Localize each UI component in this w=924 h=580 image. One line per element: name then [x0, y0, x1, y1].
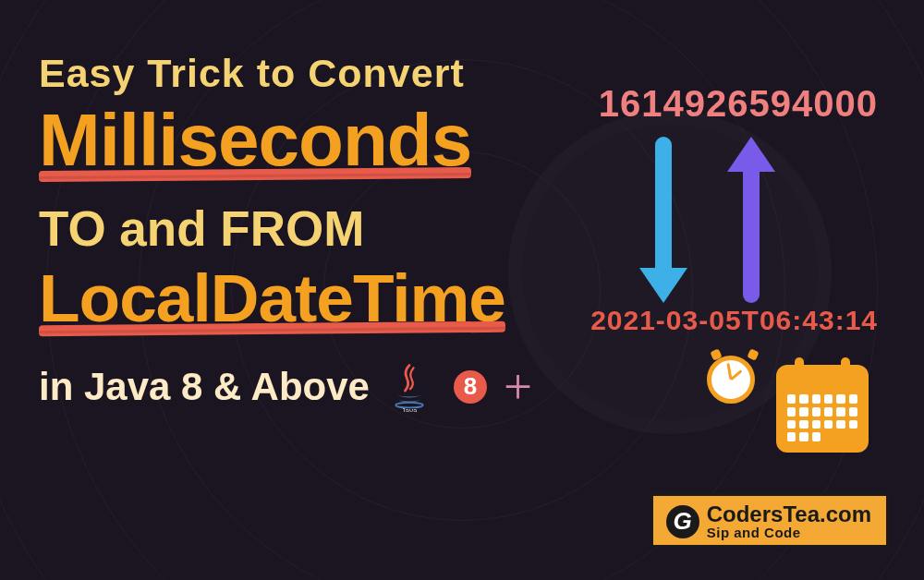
calendar-day: [812, 394, 821, 404]
clock-icon: [707, 356, 762, 411]
arrow-head: [727, 137, 775, 172]
calendar-day: [812, 407, 821, 417]
title-line-5: in Java 8 & Above Java 8 +: [39, 357, 556, 416]
title-line-1: Easy Trick to Convert: [39, 51, 556, 96]
calendar-day: [849, 420, 857, 429]
calendar-day: [812, 420, 821, 429]
clock-face: [707, 356, 755, 404]
plus-icon: +: [504, 357, 532, 416]
arrow-down-icon: [647, 137, 680, 303]
brand-name: CodersTea.com: [707, 503, 871, 526]
calendar-day: [824, 394, 833, 404]
calendar-day: [849, 394, 857, 404]
title-line-3: TO and FROM: [39, 200, 556, 257]
arrow-up-icon: [735, 137, 768, 303]
calendar-day: [824, 420, 833, 429]
arrow-shaft: [655, 137, 672, 275]
calendar-day: [799, 432, 808, 441]
title-line-2: Milliseconds: [39, 103, 471, 177]
calendar-day: [836, 420, 845, 429]
brand-tagline: Sip and Code: [707, 526, 871, 539]
calendar-day: [799, 420, 808, 429]
calendar-day: [836, 394, 845, 404]
clock-hand: [726, 363, 732, 380]
milliseconds-value: 1614926594000: [599, 83, 878, 125]
title-java-version: in Java 8 & Above: [39, 365, 370, 409]
calendar-icon: [776, 365, 869, 453]
java-logo-icon: Java: [386, 361, 437, 412]
arrow-head: [639, 268, 687, 303]
calendar-day: [787, 420, 796, 429]
title-line-4: LocalDateTime: [39, 264, 505, 332]
calendar-day: [799, 407, 808, 417]
calendar-day: [787, 432, 796, 441]
calendar-day: [787, 394, 796, 404]
datetime-value: 2021-03-05T06:43:14: [590, 305, 878, 336]
calendar-day: [849, 407, 857, 417]
calendar-day: [812, 432, 821, 441]
version-8-badge: 8: [454, 370, 487, 404]
calendar-grid: [787, 394, 857, 441]
brand-logo-icon: G: [666, 505, 699, 538]
calendar-day: [824, 407, 833, 417]
arrow-shaft: [743, 164, 760, 303]
calendar-day: [799, 394, 808, 404]
calendar-day: [836, 407, 845, 417]
title-block: Easy Trick to Convert Milliseconds TO an…: [39, 51, 556, 416]
calendar-header: [776, 365, 869, 387]
brand-text: CodersTea.com Sip and Code: [707, 503, 871, 539]
svg-text:Java: Java: [401, 407, 418, 412]
calendar-day: [787, 407, 796, 417]
brand-badge: G CodersTea.com Sip and Code: [650, 493, 889, 548]
